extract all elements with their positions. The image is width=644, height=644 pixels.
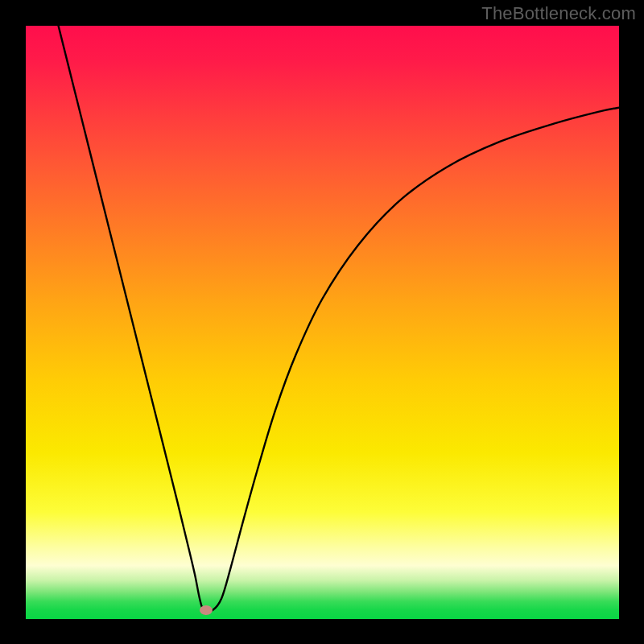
plot-area [26,26,619,619]
chart-frame: TheBottleneck.com [0,0,644,644]
curve-svg [26,26,619,619]
bottleneck-curve [59,26,619,612]
minimum-marker [200,605,213,615]
watermark-text: TheBottleneck.com [481,3,636,24]
